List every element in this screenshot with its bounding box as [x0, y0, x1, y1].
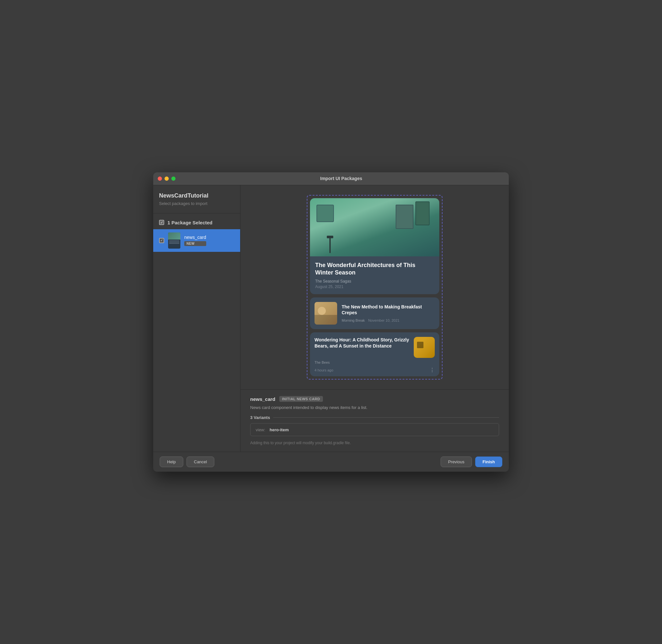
shutters-decoration: [396, 205, 413, 229]
preview-card-container: The Wonderful Architectures of This Wint…: [307, 195, 443, 380]
info-footer-note: Adding this to your project will modify …: [250, 441, 499, 445]
medium-image: [314, 302, 337, 325]
sidebar-subtitle: Select packages to import: [159, 201, 234, 206]
bottom-left-buttons: Help Cancel: [160, 457, 214, 467]
small-time: 4 hours ago: [314, 368, 333, 372]
medium-date: November 10, 2021: [368, 318, 400, 322]
preview-top: The Wonderful Architectures of This Wint…: [240, 185, 509, 390]
thumb-line: [169, 242, 180, 243]
info-tag-badge: INITIAL NEWS CARD: [279, 396, 323, 402]
small-source: The Bees: [314, 361, 435, 364]
sidebar-divider: [153, 213, 240, 213]
import-ui-packages-window: Import UI Packages NewsCardTutorial Sele…: [153, 172, 509, 472]
thumb-lines: [168, 239, 180, 249]
sidebar-item-news-card[interactable]: ✓ news_card NEW: [153, 229, 240, 252]
main-content: NewsCardTutorial Select packages to impo…: [153, 185, 509, 452]
thumb-line: [169, 240, 180, 241]
previous-button[interactable]: Previous: [441, 457, 472, 467]
item-info: news_card NEW: [184, 235, 206, 246]
package-count-label: 1 Package Selected: [167, 220, 212, 225]
view-value: hero-item: [269, 428, 289, 432]
item-name: news_card: [184, 235, 206, 240]
bottom-right-buttons: Previous Finish: [441, 457, 502, 467]
info-description: News card component intended to display …: [250, 405, 499, 410]
window-title: Import UI Packages: [178, 176, 504, 181]
thumb-image: [168, 232, 180, 239]
thumb-line: [169, 243, 180, 244]
more-options-icon[interactable]: ⋮: [430, 367, 435, 373]
item-checkmark-icon: ✓: [160, 238, 163, 242]
help-button[interactable]: Help: [160, 457, 183, 467]
hero-source: The Seasonal Sagas: [315, 279, 434, 283]
medium-source: Morning Break: [342, 318, 365, 322]
item-badge: NEW: [184, 241, 206, 246]
finish-button[interactable]: Finish: [475, 457, 502, 467]
close-button[interactable]: [158, 177, 162, 181]
info-title-row: news_card INITIAL NEWS CARD: [250, 396, 499, 402]
view-label: view:: [256, 428, 265, 432]
package-count-header: ✓ 1 Package Selected: [153, 218, 240, 229]
checkmark-icon: ✓: [160, 221, 163, 224]
sidebar: NewsCardTutorial Select packages to impo…: [153, 185, 240, 452]
medium-title: The New Method to Making Breakfast Crepe…: [342, 304, 435, 316]
news-card-hero: The Wonderful Architectures of This Wint…: [310, 198, 439, 295]
item-checkbox[interactable]: ✓: [159, 238, 164, 243]
small-title: Wondering Hour: A Childhood Story, Grizz…: [314, 337, 410, 348]
info-package-name: news_card: [250, 396, 276, 402]
small-top: Wondering Hour: A Childhood Story, Grizz…: [314, 337, 435, 358]
cancel-button[interactable]: Cancel: [187, 457, 214, 467]
info-panel: news_card INITIAL NEWS CARD News card co…: [240, 389, 509, 452]
bottom-bar: Help Cancel Previous Finish: [153, 452, 509, 472]
sidebar-header: NewsCardTutorial Select packages to impo…: [153, 185, 240, 209]
medium-content: The New Method to Making Breakfast Crepe…: [342, 304, 435, 323]
hero-image: [310, 198, 439, 256]
info-view-row: view: hero-item: [250, 423, 499, 436]
small-image: [414, 337, 435, 358]
hero-title: The Wonderful Architectures of This Wint…: [315, 261, 434, 277]
news-card-medium: The New Method to Making Breakfast Crepe…: [310, 297, 439, 329]
news-card-small: Wondering Hour: A Childhood Story, Grizz…: [310, 332, 439, 376]
lamp-post-decoration: [329, 237, 331, 253]
variants-label: 3 Variants: [250, 415, 499, 420]
project-name: NewsCardTutorial: [159, 192, 234, 199]
preview-area: The Wonderful Architectures of This Wint…: [240, 185, 509, 452]
medium-meta: Morning Break November 10, 2021: [342, 317, 435, 323]
hero-date: August 25, 2021: [315, 284, 434, 289]
hero-content: The Wonderful Architectures of This Wint…: [310, 256, 439, 295]
small-footer: 4 hours ago ⋮: [314, 367, 435, 373]
select-all-checkbox[interactable]: ✓: [159, 220, 164, 225]
zoom-button[interactable]: [171, 177, 175, 181]
minimize-button[interactable]: [165, 177, 169, 181]
item-thumbnail: [168, 232, 180, 249]
titlebar: Import UI Packages: [153, 172, 509, 185]
